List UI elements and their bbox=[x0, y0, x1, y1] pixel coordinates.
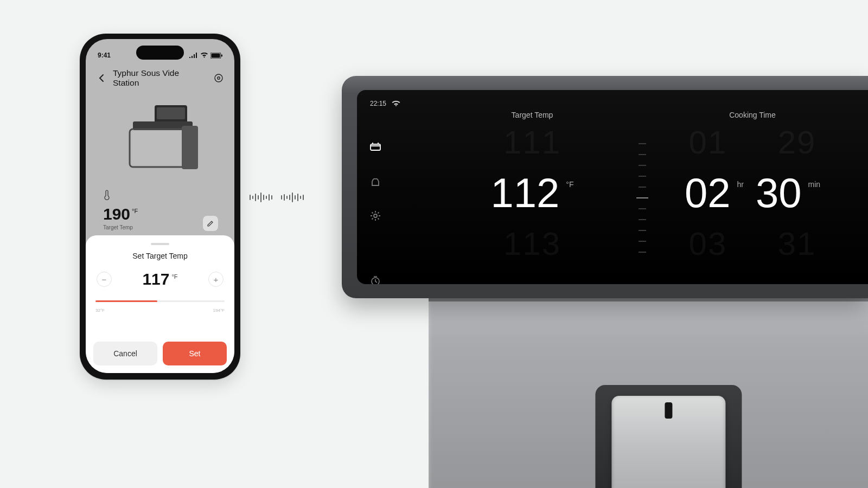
device-unit: Typhur 22:15 bbox=[342, 76, 868, 488]
thermometer-icon bbox=[103, 190, 111, 201]
cancel-button[interactable]: Cancel bbox=[93, 342, 157, 365]
svg-rect-1 bbox=[212, 53, 220, 57]
device-screen-shell: 22:15 Target Temp bbox=[342, 76, 868, 298]
temp-stepper: − 117°F + bbox=[93, 270, 227, 288]
sidebar-timer-icon[interactable] bbox=[369, 274, 382, 284]
time-reading: 02hr 30min bbox=[685, 172, 820, 214]
sheet-title: Set Target Temp bbox=[93, 252, 227, 260]
time-next: 03 31 bbox=[689, 225, 816, 262]
device-sidebar bbox=[369, 140, 382, 284]
wifi-icon bbox=[200, 53, 208, 58]
svg-point-12 bbox=[374, 214, 377, 217]
svg-point-4 bbox=[218, 77, 220, 79]
svg-rect-11 bbox=[371, 144, 380, 150]
temp-slider[interactable] bbox=[95, 296, 225, 307]
phone-screen: 9:41 Typhur Sous Vide Station bbox=[86, 39, 234, 373]
plus-button[interactable]: + bbox=[208, 272, 224, 287]
sync-pulse-icon bbox=[250, 192, 304, 202]
device-dock: Typhur bbox=[595, 385, 742, 488]
cell-signal-icon bbox=[189, 53, 198, 58]
target-temp-column[interactable]: Target Temp 111 112 °F 113 bbox=[422, 105, 642, 273]
time-prev: 01 29 bbox=[689, 124, 816, 161]
cooking-time-label: Cooking Time bbox=[729, 111, 776, 119]
device-panel: Target Temp 111 112 °F 113 Cooking Time bbox=[422, 105, 863, 273]
phone-frame: 9:41 Typhur Sous Vide Station bbox=[80, 34, 240, 380]
sidebar-cook-icon[interactable] bbox=[369, 140, 382, 153]
time-wheel[interactable]: 01 29 02hr 30min 03 31 bbox=[642, 144, 863, 242]
sidebar-settings-icon[interactable] bbox=[369, 209, 382, 222]
sidebar-chef-icon[interactable] bbox=[369, 175, 382, 188]
back-icon[interactable] bbox=[95, 72, 107, 84]
svg-rect-10 bbox=[182, 126, 198, 169]
device-status-bar: 22:15 bbox=[370, 100, 400, 107]
temp-value: 117°F bbox=[142, 270, 177, 288]
current-target-temp: 190°F bbox=[103, 205, 217, 223]
device-screen[interactable]: 22:15 Target Temp bbox=[357, 90, 868, 284]
cooking-time-column[interactable]: Cooking Time 01 29 02hr 30min 03 31 bbox=[642, 105, 863, 273]
device-time: 22:15 bbox=[370, 100, 386, 107]
wifi-icon bbox=[392, 100, 400, 107]
temp-prev: 111 bbox=[503, 124, 561, 161]
temp-next: 113 bbox=[503, 225, 561, 262]
brand-logo: Typhur bbox=[640, 485, 698, 488]
svg-rect-2 bbox=[221, 54, 222, 56]
target-temp-label: Target Temp bbox=[512, 111, 553, 119]
set-button[interactable]: Set bbox=[163, 342, 227, 365]
phone-status-icons bbox=[189, 53, 222, 59]
svg-rect-6 bbox=[157, 107, 185, 119]
minus-button[interactable]: − bbox=[97, 272, 112, 287]
temp-wheel[interactable]: 111 112 °F 113 bbox=[422, 144, 642, 242]
target-temp-card[interactable]: 190°F Target Temp bbox=[94, 182, 226, 239]
svg-point-3 bbox=[215, 74, 222, 82]
product-image bbox=[86, 90, 234, 182]
battery-icon bbox=[210, 53, 222, 59]
device-cartridge: Typhur bbox=[611, 396, 725, 488]
set-target-temp-sheet: Set Target Temp − 117°F + 32°F194°F Canc… bbox=[86, 235, 234, 373]
slider-range: 32°F194°F bbox=[95, 308, 225, 313]
target-temp-label: Target Temp bbox=[103, 224, 217, 230]
app-nav-bar: Typhur Sous Vide Station bbox=[86, 66, 234, 90]
device-base: Typhur bbox=[429, 282, 868, 488]
edit-icon[interactable] bbox=[203, 216, 218, 231]
settings-icon[interactable] bbox=[213, 72, 225, 84]
phone-time: 9:41 bbox=[98, 52, 111, 59]
sheet-grabber[interactable] bbox=[151, 243, 169, 245]
app-title: Typhur Sous Vide Station bbox=[113, 68, 207, 88]
dynamic-island bbox=[136, 46, 184, 60]
temp-reading: 112 °F bbox=[491, 172, 574, 214]
